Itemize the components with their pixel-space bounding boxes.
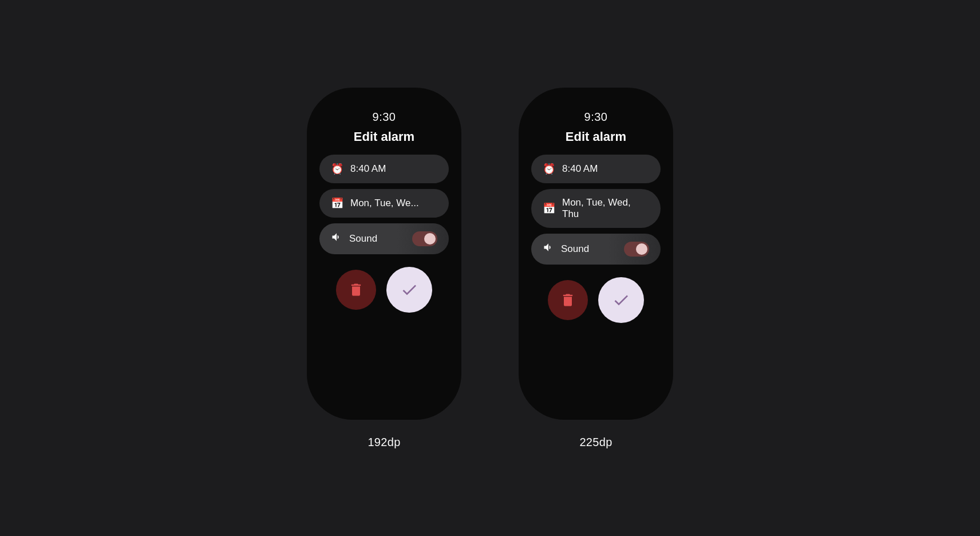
toggle-knob — [424, 233, 436, 245]
alarm-time-text-2: 8:40 AM — [562, 163, 649, 175]
watch-225-items: ⏰ 8:40 AM 📅 Mon, Tue, Wed, Thu Sound — [531, 155, 661, 265]
watch-192-label: 192dp — [368, 436, 400, 449]
alarm-clock-icon: ⏰ — [331, 163, 343, 175]
alarm-sound-row[interactable]: Sound — [319, 223, 449, 254]
watch-192-title: Edit alarm — [354, 129, 414, 144]
watch-192-time: 9:30 — [373, 111, 396, 124]
calendar-icon-2: 📅 — [543, 202, 555, 215]
watch-225-buttons — [548, 277, 644, 323]
alarm-days-text: Mon, Tue, We... — [350, 198, 437, 209]
confirm-button-2[interactable] — [598, 277, 644, 323]
alarm-sound-text: Sound — [349, 233, 405, 245]
calendar-icon: 📅 — [331, 197, 343, 210]
alarm-days-row-2[interactable]: 📅 Mon, Tue, Wed, Thu — [531, 189, 661, 228]
toggle-knob-2 — [636, 243, 647, 255]
alarm-clock-icon-2: ⏰ — [543, 163, 555, 175]
watch-225-container: 9:30 Edit alarm ⏰ 8:40 AM 📅 Mon, Tue, We… — [519, 88, 673, 449]
watch-225-time: 9:30 — [584, 111, 608, 124]
watch-192-container: 9:30 Edit alarm ⏰ 8:40 AM 📅 Mon, Tue, We… — [307, 88, 461, 449]
delete-button[interactable] — [336, 270, 376, 310]
alarm-time-text: 8:40 AM — [350, 163, 437, 175]
delete-button-2[interactable] — [548, 280, 588, 320]
trash-icon-2 — [560, 292, 576, 308]
volume-icon-2 — [543, 242, 554, 256]
volume-icon — [331, 231, 342, 246]
trash-icon — [348, 282, 364, 298]
alarm-time-row[interactable]: ⏰ 8:40 AM — [319, 155, 449, 183]
watch-192-body: 9:30 Edit alarm ⏰ 8:40 AM 📅 Mon, Tue, We… — [307, 88, 461, 420]
checkmark-icon — [400, 281, 418, 299]
watch-192-items: ⏰ 8:40 AM 📅 Mon, Tue, We... Sound — [319, 155, 449, 254]
confirm-button[interactable] — [386, 267, 432, 313]
alarm-sound-row-2[interactable]: Sound — [531, 234, 661, 265]
alarm-time-row-2[interactable]: ⏰ 8:40 AM — [531, 155, 661, 183]
alarm-days-text-2: Mon, Tue, Wed, Thu — [562, 197, 649, 220]
watch-225-body: 9:30 Edit alarm ⏰ 8:40 AM 📅 Mon, Tue, We… — [519, 88, 673, 420]
alarm-days-row[interactable]: 📅 Mon, Tue, We... — [319, 189, 449, 218]
watch-225-title: Edit alarm — [566, 129, 626, 144]
checkmark-icon-2 — [612, 291, 630, 309]
sound-toggle[interactable] — [412, 231, 437, 246]
alarm-sound-text-2: Sound — [561, 243, 617, 255]
sound-toggle-2[interactable] — [624, 242, 649, 257]
watch-225-label: 225dp — [579, 436, 612, 449]
watch-192-buttons — [336, 267, 432, 313]
